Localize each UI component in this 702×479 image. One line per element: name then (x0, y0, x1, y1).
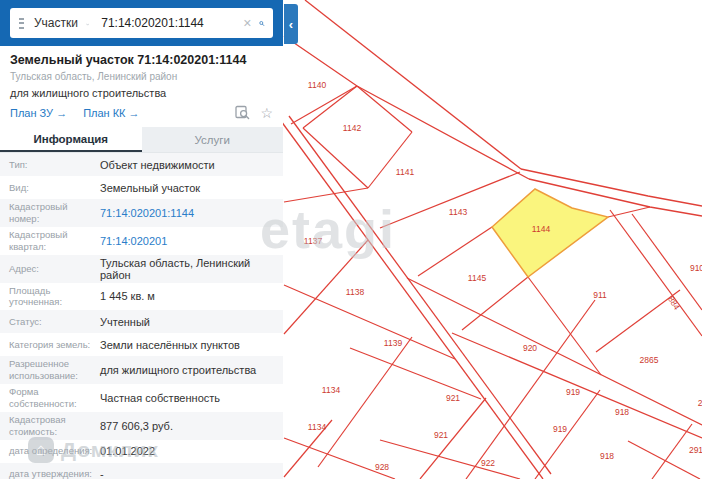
row-value: - (100, 468, 108, 479)
row-value: Земли населённых пунктов (100, 339, 244, 351)
parcel-label: 1145 (468, 273, 487, 283)
search-box: Участки × (10, 8, 273, 38)
row-label: Форма собственности: (0, 386, 100, 410)
parcel-boundary (318, 337, 412, 467)
parcel-label: 2865 (640, 355, 659, 365)
doc-search-icon[interactable] (235, 105, 250, 120)
row-label: Адрес: (0, 263, 100, 275)
parcel-boundary (284, 438, 395, 479)
tab-services[interactable]: Услуги (142, 127, 284, 152)
row-label: Разрешенное использование: (0, 358, 100, 382)
parcel-label: 918 (600, 451, 614, 461)
table-row: Площадь уточненная:1 445 кв. м (0, 283, 283, 311)
app-window: 1140114211411143113791011451138911884113… (0, 0, 702, 479)
collapse-panel-button[interactable]: ‹ (284, 4, 298, 44)
selected-parcel-label: 1144 (532, 224, 551, 234)
parcel-boundary (380, 440, 520, 479)
parcel-label: 920 (523, 343, 537, 353)
parcel-label: 919 (566, 387, 580, 397)
search-icon[interactable] (259, 15, 265, 32)
parcel-boundary (350, 348, 481, 399)
row-value: 01.01.2022 (100, 445, 159, 457)
chevron-down-icon[interactable] (86, 21, 89, 28)
row-value-link[interactable]: 71:14:020201:1144 (100, 207, 198, 219)
table-row: Тип:Объект недвижимости (0, 153, 283, 176)
parcel-label: 291 (689, 445, 702, 455)
parcel-label: 910 (690, 263, 702, 273)
row-label: Кадастровый номер: (0, 201, 100, 225)
table-row: Кадастровый номер:71:14:020201:1144 (0, 199, 283, 227)
parcel-label: 1139 (384, 338, 403, 348)
parcel-label: 911 (593, 290, 607, 300)
row-label: Тип: (0, 159, 100, 171)
row-label: дата определения: (0, 445, 100, 457)
parcel-label: 1143 (449, 207, 468, 217)
search-input[interactable] (101, 16, 241, 30)
plan-links-row: План ЗУ → План КК → ☆ (10, 105, 273, 127)
row-value: 1 445 кв. м (100, 290, 159, 302)
panel-tabs: Информация Услуги (0, 127, 283, 153)
row-label: Статус: (0, 316, 100, 328)
search-topbar: Участки × (0, 0, 283, 46)
row-value: Учтенный (100, 316, 154, 328)
table-row: Разрешенное использование:для жилищного … (0, 356, 283, 384)
parcel-label: 1141 (396, 167, 415, 177)
table-row: Вид:Земельный участок (0, 176, 283, 199)
parcel-boundary (535, 390, 600, 479)
parcel-boundary (291, 86, 357, 124)
parcel-boundary (610, 210, 702, 336)
tab-information[interactable]: Информация (0, 127, 142, 152)
info-panel: Земельный участок 71:14:020201:1144 Туль… (0, 46, 283, 479)
parcel-label: 928 (375, 462, 389, 472)
parcel-boundary (284, 285, 455, 359)
row-value: 877 606,3 руб. (100, 420, 177, 432)
parcel-label: 2 (698, 398, 702, 408)
row-value: Земельный участок (100, 182, 204, 194)
table-row: Форма собственности:Частная собственност… (0, 384, 283, 412)
parcel-header: Земельный участок 71:14:020201:1144 Туль… (0, 46, 283, 127)
parcel-label: 922 (481, 458, 495, 468)
parcel-boundary (632, 214, 702, 310)
row-label: Вид: (0, 182, 100, 194)
parcel-label: 919 (553, 424, 567, 434)
row-value-link[interactable]: 71:14:020201 (100, 235, 171, 247)
parcel-label: 1142 (343, 123, 362, 133)
table-row: Кадастровая стоимость:877 606,3 руб. (0, 412, 283, 440)
table-row: Статус:Учтенный (0, 310, 283, 333)
plan-zu-link[interactable]: План ЗУ → (10, 107, 67, 119)
parcel-label: 1134 (308, 422, 327, 432)
parcel-boundary (284, 188, 368, 202)
clear-search-icon[interactable]: × (243, 15, 251, 31)
parcel-label: 1138 (346, 287, 365, 297)
row-label: дата утверждения: (0, 468, 100, 479)
parcel-boundary (418, 227, 492, 276)
parcel-boundary (652, 424, 692, 479)
menu-icon[interactable] (19, 15, 24, 31)
table-row: дата утверждения:- (0, 463, 283, 479)
parcel-label: 1134 (322, 385, 341, 395)
parcel-boundary (368, 132, 412, 188)
row-label: Площадь уточненная: (0, 285, 100, 309)
table-row: Кадастровый квартал:71:14:020201 (0, 227, 283, 255)
row-value: для жилищного строительства (100, 364, 260, 376)
parcel-label: 1140 (308, 80, 327, 90)
parcel-boundary (303, 86, 357, 128)
info-rows: Тип:Объект недвижимостиВид:Земельный уча… (0, 153, 283, 479)
parcel-label: 884 (666, 294, 682, 312)
table-row: Адрес:Тульская область, Ленинский район (0, 255, 283, 283)
parcel-boundary (380, 172, 520, 228)
row-label: Категория земель: (0, 339, 100, 351)
parcel-label: 1137 (304, 236, 323, 246)
parcel-label: 918 (615, 407, 629, 417)
parcel-boundary (528, 277, 601, 375)
row-label: Кадастровая стоимость: (0, 414, 100, 438)
category-dropdown[interactable]: Участки (34, 16, 78, 30)
parcel-boundary (357, 86, 412, 132)
parcel-usage: для жилищного строительства (10, 87, 273, 99)
parcel-location: Тульская область, Ленинский район (10, 71, 273, 82)
favorite-star-icon[interactable]: ☆ (260, 106, 273, 120)
plan-kk-link[interactable]: План КК → (83, 107, 139, 119)
parcel-label: 921 (446, 393, 460, 403)
row-value: Частная собственность (100, 392, 224, 404)
page-title: Земельный участок 71:14:020201:1144 (10, 53, 273, 67)
